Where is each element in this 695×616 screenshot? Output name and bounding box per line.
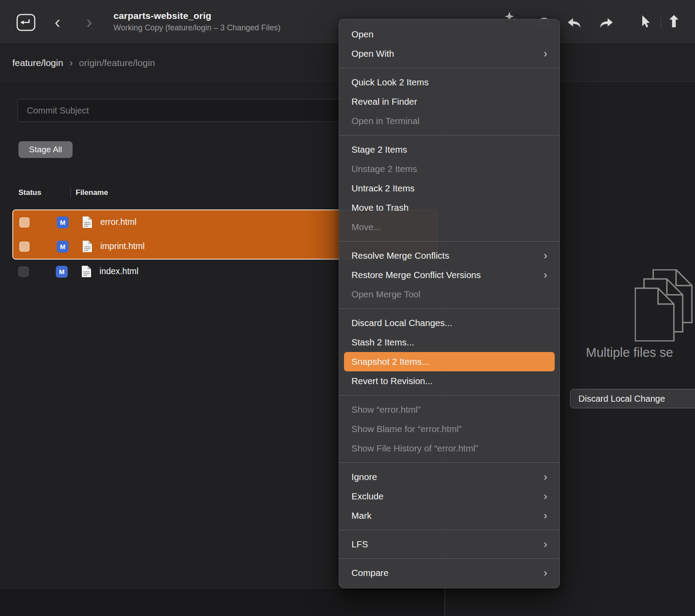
- context-menu: OpenOpen With›Quick Look 2 ItemsReveal i…: [339, 19, 560, 588]
- menu-item-untrack-2-items[interactable]: Untrack 2 Items: [339, 179, 560, 198]
- menu-separator: [339, 308, 560, 309]
- chevron-right-icon: ›: [70, 57, 73, 69]
- menu-separator: [339, 135, 560, 136]
- menu-item-label: LFS: [351, 535, 368, 554]
- forward-button[interactable]: ›: [86, 10, 92, 34]
- menu-item-open[interactable]: Open: [339, 25, 560, 44]
- bottom-strip: [0, 590, 444, 616]
- menu-item-snapshot-2-items[interactable]: Snapshot 2 Items...: [344, 352, 555, 371]
- submenu-chevron-icon: ›: [544, 506, 547, 525]
- modified-status-badge: M: [57, 241, 69, 253]
- menu-item-label: Unstage 2 Items: [351, 159, 417, 179]
- menu-item-reveal-in-finder[interactable]: Reveal in Finder: [339, 92, 560, 111]
- menu-item-label: Show “error.html”: [351, 400, 421, 419]
- menu-item-label: Snapshot 2 Items...: [351, 352, 429, 371]
- menu-item-show-blame-for-error-html: Show Blame for “error.html”: [339, 419, 560, 439]
- window-titles: carparts-website_orig Working Copy (feat…: [113, 11, 281, 33]
- menu-item-show-file-history-of-error-html: Show File History of “error.html”: [339, 439, 560, 458]
- menu-item-label: Open With: [351, 44, 394, 63]
- filename-label: imprint.html: [100, 241, 145, 251]
- menu-separator: [339, 558, 560, 559]
- menu-item-mark[interactable]: Mark›: [339, 506, 560, 525]
- menu-item-label: Stage 2 Items: [351, 140, 407, 159]
- menu-item-exclude[interactable]: Exclude›: [339, 487, 560, 506]
- menu-item-unstage-2-items: Unstage 2 Items: [339, 159, 560, 179]
- menu-item-label: Ignore: [351, 467, 377, 487]
- menu-item-label: Quick Look 2 Items: [351, 73, 428, 92]
- undo-icon[interactable]: [566, 17, 582, 31]
- menu-item-label: Untrack 2 Items: [351, 179, 415, 198]
- menu-item-quick-look-2-items[interactable]: Quick Look 2 Items: [339, 73, 560, 92]
- menu-item-restore-merge-conflict-versions[interactable]: Restore Merge Conflict Versions›: [339, 265, 560, 285]
- stage-checkbox[interactable]: [18, 267, 29, 277]
- menu-item-label: Exclude: [351, 487, 384, 506]
- file-icon: [81, 265, 91, 278]
- app-window: ‹ › carparts-website_orig Working Copy (…: [0, 0, 695, 616]
- modified-status-badge: M: [56, 266, 68, 278]
- menu-item-label: Show Blame for “error.html”: [351, 419, 462, 439]
- menu-item-label: Mark: [351, 506, 372, 525]
- multiple-files-icon: [635, 269, 693, 341]
- stage-checkbox[interactable]: [19, 242, 29, 252]
- menu-item-label: Reveal in Finder: [351, 92, 417, 111]
- menu-item-discard-local-changes[interactable]: Discard Local Changes...: [339, 313, 560, 333]
- menu-item-open-with[interactable]: Open With›: [339, 44, 560, 63]
- menu-separator: [339, 395, 560, 396]
- file-icon: [82, 240, 92, 253]
- breadcrumb-branch[interactable]: feature/login: [12, 58, 63, 68]
- menu-item-open-in-terminal: Open in Terminal: [339, 111, 560, 131]
- toolbar-divider: [661, 16, 661, 29]
- menu-item-label: Discard Local Changes...: [351, 313, 452, 333]
- stage-checkbox[interactable]: [19, 217, 29, 227]
- column-status[interactable]: Status: [18, 188, 41, 197]
- push-icon[interactable]: [668, 14, 680, 30]
- redo-icon[interactable]: [598, 17, 615, 31]
- filename-label: error.html: [100, 217, 136, 227]
- menu-item-lfs[interactable]: LFS›: [339, 535, 560, 554]
- menu-item-label: Compare: [351, 563, 388, 583]
- menu-separator: [339, 68, 560, 68]
- menu-item-label: Show File History of “error.html”: [351, 439, 478, 458]
- submenu-chevron-icon: ›: [544, 487, 547, 506]
- menu-item-label: Open in Terminal: [351, 111, 420, 131]
- menu-item-label: Restore Merge Conflict Versions: [351, 265, 481, 285]
- submenu-chevron-icon: ›: [544, 44, 547, 63]
- filename-label: index.html: [99, 266, 139, 276]
- back-button[interactable]: ‹: [55, 10, 60, 34]
- menu-item-label: Move to Trash: [351, 198, 409, 217]
- menu-item-label: Resolve Merge Conflicts: [351, 246, 449, 265]
- menu-item-label: Move...: [351, 217, 381, 237]
- window-title: carparts-website_orig: [113, 11, 281, 21]
- menu-item-revert-to-revision[interactable]: Revert to Revision...: [339, 371, 560, 391]
- menu-item-compare[interactable]: Compare›: [339, 563, 560, 583]
- pointer-icon[interactable]: [639, 14, 651, 31]
- column-divider[interactable]: [70, 187, 71, 198]
- submenu-chevron-icon: ›: [544, 265, 547, 285]
- menu-item-resolve-merge-conflicts[interactable]: Resolve Merge Conflicts›: [339, 246, 560, 265]
- working-copy-icon[interactable]: [16, 13, 36, 32]
- multiple-files-message: Multiple files se: [586, 345, 673, 360]
- menu-item-stage-2-items[interactable]: Stage 2 Items: [339, 140, 560, 159]
- menu-item-show-error-html: Show “error.html”: [339, 400, 560, 419]
- menu-item-label: Revert to Revision...: [351, 371, 433, 391]
- menu-item-move-to-trash[interactable]: Move to Trash: [339, 198, 560, 217]
- file-icon: [82, 216, 92, 228]
- menu-item-move: Move...: [339, 217, 560, 237]
- discard-local-changes-button[interactable]: Discard Local Change: [570, 389, 695, 408]
- submenu-chevron-icon: ›: [544, 246, 547, 265]
- menu-item-label: Stash 2 Items...: [351, 333, 414, 352]
- menu-item-ignore[interactable]: Ignore›: [339, 467, 560, 487]
- breadcrumb-remote[interactable]: origin/feature/login: [79, 58, 155, 68]
- stage-all-button[interactable]: Stage All: [18, 141, 73, 158]
- menu-separator: [339, 530, 560, 530]
- window-subtitle: Working Copy (feature/login – 3 Changed …: [113, 23, 281, 33]
- menu-item-label: Open: [351, 25, 373, 44]
- menu-separator: [339, 462, 560, 463]
- column-filename[interactable]: Filename: [76, 188, 108, 197]
- submenu-chevron-icon: ›: [544, 563, 547, 583]
- menu-item-label: Open Merge Tool: [351, 285, 421, 304]
- modified-status-badge: M: [57, 216, 69, 228]
- menu-separator: [339, 241, 560, 242]
- menu-item-stash-2-items[interactable]: Stash 2 Items...: [339, 333, 560, 352]
- submenu-chevron-icon: ›: [544, 467, 547, 487]
